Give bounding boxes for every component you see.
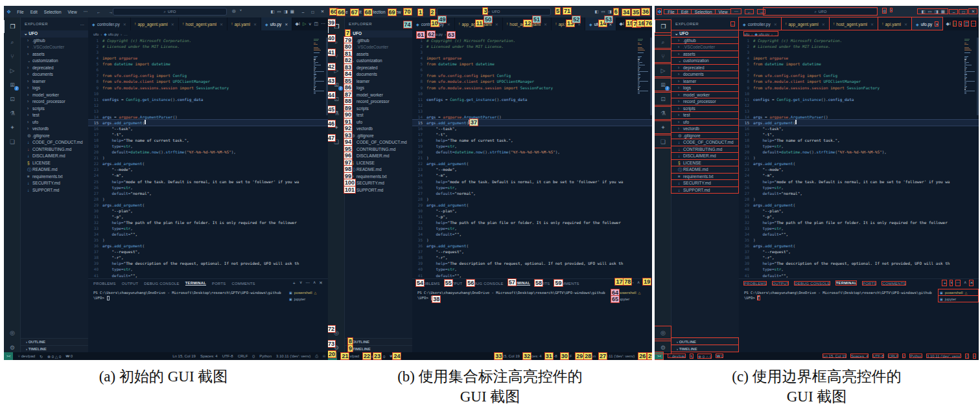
timeline-section[interactable]: › TIMELINE <box>21 345 88 352</box>
minimap[interactable] <box>638 39 649 95</box>
explorer-item-LICENSE[interactable]: §LICENSE <box>21 160 88 167</box>
status-sync[interactable]: ↻ <box>40 354 43 359</box>
status-bell[interactable]: ⍾ <box>323 354 325 359</box>
tab-app_agent.yaml[interactable]: !app_agent.yaml✕ <box>131 17 179 30</box>
explorer-item-requirements.txt[interactable]: ≡requirements.txt <box>21 174 88 181</box>
explorer-item-scripts[interactable]: ›scripts <box>21 106 88 113</box>
explorer-item-test[interactable]: ›test <box>21 112 88 119</box>
explorer-item-vectordb[interactable]: ›vectordb <box>345 126 412 133</box>
layout-icon-1[interactable]: ▭ <box>601 9 605 14</box>
scrollbar[interactable] <box>977 38 979 115</box>
terminal-output[interactable]: PS C:\Users\chaoyunzhang\OneDrive - Micr… <box>739 287 939 352</box>
status-lang[interactable]: Python <box>259 354 272 358</box>
explorer-root-folder[interactable]: ⌄ UFO <box>21 30 88 38</box>
explorer-item-deprecated[interactable]: ›deprecated <box>21 65 88 72</box>
explorer-item-learner[interactable]: ›learner <box>345 78 412 85</box>
layout-icon-2[interactable]: ◨ <box>608 9 612 14</box>
status-misc[interactable]: ₩ 0 <box>65 354 73 358</box>
account-icon[interactable]: ◎ <box>232 8 236 14</box>
explorer-item-customization[interactable]: ⌄customization <box>345 58 412 65</box>
explorer-item-.VSCodeCounter[interactable]: ›.VSCodeCounter <box>21 44 88 51</box>
status-branch[interactable]: ⑂ dev/pad <box>18 354 35 358</box>
explorer-item-model_worker[interactable]: ›model_worker <box>21 92 88 99</box>
nav-back-icon[interactable]: ← <box>95 10 103 14</box>
panel-tab-output[interactable]: OUTPUT <box>122 282 139 286</box>
breadcrumb[interactable]: ufo›◆ ufo.py›… <box>93 32 128 36</box>
code-editor[interactable]: 1# Copyright (c) Microsoft Corporation.2… <box>739 38 979 278</box>
explorer-item-.github[interactable]: ›.github <box>21 38 88 45</box>
run-debug-icon[interactable]: ▷ <box>4 64 21 77</box>
explorer-item-SECURITY.md[interactable]: ↓SECURITY.md <box>21 180 88 187</box>
testing-icon[interactable]: ⚗ <box>4 107 21 120</box>
explorer-item-.github[interactable]: ›.github <box>345 38 412 45</box>
close-button[interactable]: ✕ <box>318 9 327 14</box>
new-terminal-button[interactable]: ＋ <box>292 280 296 286</box>
explorer-item-record_processor[interactable]: ›record_processor <box>21 98 88 106</box>
python-env-button[interactable]: ◆ⅰ <box>296 21 300 27</box>
account-chevron-icon[interactable]: ˅ <box>240 8 242 12</box>
terminal-profile-chevron[interactable]: ˅ <box>299 280 302 286</box>
explorer-item-CONTRIBUTING.md[interactable]: ↓CONTRIBUTING.md <box>345 146 412 153</box>
panel-tab-debug-console[interactable]: DEBUG CONSOLE <box>144 282 179 286</box>
explorer-item-README.md[interactable]: ⓘREADME.md <box>21 166 88 174</box>
python-env-button[interactable]: ◆ⅰ <box>620 21 624 27</box>
menu-selection[interactable]: Selection <box>41 10 65 14</box>
explorer-item-test[interactable]: ›test <box>345 112 412 119</box>
maximize-button[interactable]: □ <box>309 10 317 14</box>
tab-api.yaml[interactable]: !api.yaml✕ <box>228 17 261 30</box>
terminal-more-button[interactable]: ⋯ <box>305 280 310 286</box>
explorer-item-README.md[interactable]: ⓘREADME.md <box>345 166 412 174</box>
menu-more[interactable]: ⋯ <box>80 9 91 14</box>
layout-icon-1[interactable]: ▭ <box>277 9 281 14</box>
explorer-item-.gitignore[interactable]: ⚙.gitignore <box>345 133 412 140</box>
explorer-item-SUPPORT.md[interactable]: ↓SUPPORT.md <box>21 187 88 194</box>
explorer-item-assets[interactable]: ›assets <box>21 51 88 58</box>
explorer-item-model_worker[interactable]: ›model_worker <box>345 92 412 99</box>
explorer-item-learner[interactable]: ›learner <box>21 78 88 85</box>
explorer-item-DISCLAIMER.md[interactable]: ↓DISCLAIMER.md <box>21 153 88 160</box>
explorer-item-ufo[interactable]: ›ufo <box>345 119 412 126</box>
explorer-item-deprecated[interactable]: ›deprecated <box>345 65 412 72</box>
tab-close-icon[interactable]: ✕ <box>123 22 126 27</box>
outline-section[interactable]: › OUTLINE <box>345 338 412 345</box>
explorer-item-record_processor[interactable]: ›record_processor <box>345 98 412 106</box>
explorer-item-documents[interactable]: ›documents <box>345 71 412 78</box>
minimap[interactable] <box>964 39 976 95</box>
search-input[interactable]: ⌕UFO <box>437 8 551 16</box>
split-editor-button[interactable]: ◫ <box>314 21 318 27</box>
explorer-item-CODE_OF_CONDUCT.md[interactable]: ↓CODE_OF_CONDUCT.md <box>21 139 88 146</box>
search-input[interactable]: ⌕UFO <box>113 8 227 16</box>
tab-host_agent.yaml[interactable]: !host_agent.yaml✕ <box>179 17 228 30</box>
status-spaces[interactable]: Spaces: 4 <box>200 354 218 358</box>
tab-close-icon[interactable]: ✕ <box>220 22 223 27</box>
run-button[interactable]: ▷ <box>303 21 306 27</box>
tab-close-icon[interactable]: ✕ <box>495 22 498 27</box>
minimap[interactable] <box>314 39 325 95</box>
explorer-item-scripts[interactable]: ›scripts <box>345 106 412 113</box>
layout-icon-0[interactable]: ◧ <box>270 9 274 14</box>
scrollbar[interactable] <box>650 38 652 115</box>
breadcrumb-item[interactable]: … <box>124 32 128 36</box>
tab-close-icon[interactable]: ✕ <box>253 22 257 27</box>
terminal-output[interactable]: PS C:\Users\chaoyunzhang\OneDrive - Micr… <box>88 287 288 352</box>
explorer-item-LICENSE[interactable]: §LICENSE <box>345 160 412 167</box>
menu-file[interactable]: File <box>14 10 27 14</box>
status-print[interactable]: ⎙ <box>315 354 318 359</box>
terminal-cursor[interactable] <box>107 296 110 300</box>
explorer-root-folder[interactable]: ⌄ UFO <box>345 30 412 38</box>
explorer-item-assets[interactable]: ›assets <box>345 51 412 58</box>
explorer-item-logs[interactable]: ›logs <box>21 85 88 92</box>
run-chevron[interactable]: ˅ <box>309 22 311 27</box>
terminal-output[interactable]: PS C:\Users\chaoyunzhang\OneDrive - Micr… <box>412 287 612 352</box>
explorer-item-logs[interactable]: ›logs <box>345 85 412 92</box>
tab-close-icon[interactable]: ✕ <box>544 22 547 27</box>
timeline-section[interactable]: › TIMELINE <box>345 345 412 352</box>
status-err[interactable]: ⊗ 0 △ 0 <box>47 354 61 359</box>
tab-close-icon[interactable]: ✕ <box>285 22 288 27</box>
tab-ufo.py[interactable]: ◆ufo.py✕ <box>261 17 292 30</box>
breadcrumb-item[interactable]: ufo <box>93 32 99 36</box>
search-icon[interactable]: ⌕ <box>4 36 21 49</box>
panel-maximize-button[interactable]: ˄ <box>313 280 316 286</box>
remote-explorer-icon[interactable]: ⊡ <box>4 93 21 106</box>
status-ln[interactable]: Ln 15, Col 19 <box>172 354 196 358</box>
